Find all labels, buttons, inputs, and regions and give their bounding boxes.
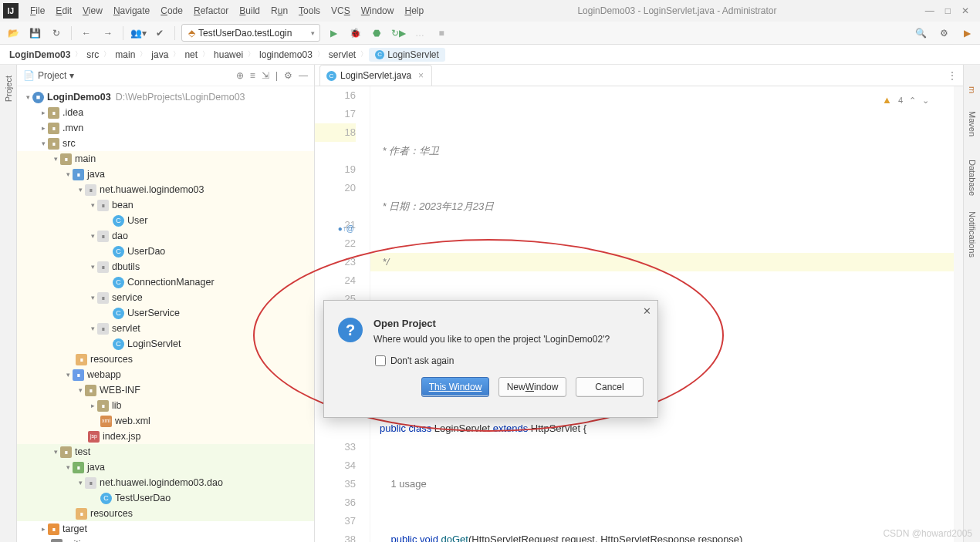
project-tool-button[interactable]: Project	[4, 71, 13, 106]
tree-test[interactable]: test	[75, 444, 90, 460]
project-panel-title[interactable]: 📄 Project ▾	[23, 70, 74, 81]
tree-conn[interactable]: ConnectionManager	[127, 274, 215, 290]
menu-window[interactable]: Window	[356, 4, 400, 18]
editor-tabs: CLoginServlet.java× ⋮	[315, 65, 963, 86]
project-tree[interactable]: ▾■LoginDemo03D:\WebProjects\LoginDemo03 …	[17, 86, 314, 542]
tree-bean[interactable]: bean	[112, 197, 133, 213]
maven-tool-button[interactable]: m Maven	[968, 71, 977, 152]
dont-ask-checkbox[interactable]	[375, 355, 386, 366]
menu-tools[interactable]: Tools	[293, 4, 326, 18]
tree-dao[interactable]: dao	[112, 228, 128, 244]
tree-main[interactable]: main	[75, 151, 96, 167]
crumb-root[interactable]: LoginDemo03	[6, 48, 73, 62]
crumb-pkg[interactable]: logindemo03	[256, 48, 316, 62]
tree-testres[interactable]: resources	[90, 506, 133, 521]
menu-help[interactable]: Help	[399, 4, 429, 18]
project-panel-tools: ⊕ ≡ ⇲ | ⚙ —	[236, 70, 308, 81]
crumb-huawei[interactable]: huawei	[211, 48, 246, 62]
tree-servletpkg[interactable]: servlet	[112, 321, 140, 336]
open-project-dialog: ✕ ? Open Project Where would you like to…	[323, 300, 658, 418]
project-panel: 📄 Project ▾ ⊕ ≡ ⇲ | ⚙ — ▾■LoginDemo03D:\…	[17, 65, 315, 542]
run-icon[interactable]: ▶	[325, 25, 342, 42]
new-window-button[interactable]: New Window	[498, 377, 566, 397]
cancel-button[interactable]: Cancel	[576, 377, 644, 397]
collapse-icon[interactable]: ⇲	[262, 70, 269, 81]
tree-user[interactable]: User	[127, 213, 147, 228]
tabs-more-icon[interactable]: ⋮	[948, 70, 957, 81]
menu-edit[interactable]: Edit	[50, 4, 77, 18]
database-tool-button[interactable]: Database	[968, 152, 977, 204]
gear-icon[interactable]: ⚙	[935, 25, 952, 42]
save-icon[interactable]: 💾	[26, 25, 43, 42]
crumb-net[interactable]: net	[181, 48, 201, 62]
crumb-servlet[interactable]: servlet	[326, 48, 359, 62]
tree-idea[interactable]: .idea	[63, 105, 83, 120]
tree-src[interactable]: src	[63, 136, 76, 151]
tree-userdao[interactable]: UserDao	[127, 244, 165, 259]
back-icon[interactable]: ←	[78, 25, 95, 42]
main-toolbar: 📂 💾 ↻ ← → 👥▾ ✔︎ ⬘ TestUserDao.testLogin …	[0, 22, 980, 45]
warning-icon: ▲	[882, 91, 892, 109]
notifications-tool-button[interactable]: Notifications	[968, 204, 977, 265]
menu-navigate[interactable]: Navigate	[108, 4, 155, 18]
dialog-dont-ask[interactable]: Don't ask again	[324, 352, 657, 366]
tree-java[interactable]: java	[87, 167, 105, 182]
forward-icon[interactable]: →	[100, 25, 117, 42]
menu-file[interactable]: File	[25, 4, 50, 18]
users-icon[interactable]: 👥▾	[130, 25, 147, 42]
tree-resources[interactable]: resources	[90, 352, 133, 367]
run-config-combo[interactable]: ⬘ TestUserDao.testLogin	[181, 24, 320, 42]
check-icon[interactable]: ✔︎	[151, 25, 168, 42]
menu-refactor[interactable]: Refactor	[188, 4, 234, 18]
panel-gear-icon[interactable]: ⚙	[284, 70, 292, 81]
search-icon[interactable]: 🔍	[912, 25, 929, 42]
tree-loginservlet[interactable]: LoginServlet	[127, 336, 181, 352]
refresh-icon[interactable]: ↻	[48, 25, 65, 42]
menu-code[interactable]: Code	[155, 4, 188, 18]
tree-service[interactable]: service	[112, 290, 143, 305]
profile-icon[interactable]: ↻▶	[390, 25, 407, 42]
dialog-close-icon[interactable]: ✕	[643, 305, 651, 317]
tree-webinf[interactable]: WEB-INF	[100, 382, 140, 398]
menu-vcs[interactable]: VCS	[326, 4, 356, 18]
crumb-java[interactable]: java	[148, 48, 171, 62]
menu-build[interactable]: Build	[234, 4, 265, 18]
tree-target[interactable]: target	[63, 521, 87, 537]
tree-mvn[interactable]: .mvn	[63, 120, 83, 136]
this-window-button[interactable]: This Window	[421, 377, 489, 397]
tree-webapp[interactable]: webapp	[87, 367, 121, 382]
expand-icon[interactable]: ≡	[250, 70, 255, 81]
open-icon[interactable]: 📂	[5, 25, 22, 42]
close-icon[interactable]: ✕	[961, 5, 969, 16]
tree-userservice[interactable]: UserService	[127, 305, 180, 321]
tree-webxml[interactable]: web.xml	[115, 413, 150, 429]
crumb-src[interactable]: src	[83, 48, 102, 62]
minimize-icon[interactable]: —	[925, 5, 934, 16]
tree-indexjsp[interactable]: index.jsp	[103, 429, 140, 444]
tree-gitignore[interactable]: .gitignore	[66, 537, 105, 542]
crumb-main[interactable]: main	[112, 48, 138, 62]
tree-dbutils[interactable]: dbutils	[112, 259, 140, 274]
hide-icon[interactable]: —	[299, 70, 308, 81]
tree-testuserdao[interactable]: TestUserDao	[115, 490, 171, 506]
error-stripe[interactable]	[954, 86, 963, 542]
target-icon[interactable]: ⊕	[236, 70, 244, 81]
tree-testjava[interactable]: java	[87, 460, 105, 475]
maximize-icon[interactable]: □	[945, 5, 951, 16]
titlebar: IJ File Edit View Navigate Code Refactor…	[0, 0, 980, 22]
tab-loginservlet[interactable]: CLoginServlet.java×	[319, 65, 432, 86]
inspection-widget[interactable]: ▲4⌃⌄	[882, 91, 929, 109]
menu-run[interactable]: Run	[265, 4, 293, 18]
tab-close-icon[interactable]: ×	[418, 70, 424, 81]
debug-icon[interactable]: 🐞	[346, 25, 363, 42]
tree-lib[interactable]: lib	[112, 398, 122, 413]
logo-icon[interactable]: ▶	[958, 25, 975, 42]
tree-testpkg[interactable]: net.huawei.logindemo03.dao	[100, 475, 223, 490]
stop-icon[interactable]: …	[411, 25, 428, 42]
tree-root[interactable]: LoginDemo03	[47, 89, 111, 105]
coverage-icon[interactable]: ⬣	[368, 25, 385, 42]
tree-pkg[interactable]: net.huawei.logindemo03	[100, 182, 204, 197]
run-config-label: TestUserDao.testLogin	[198, 28, 292, 39]
menu-view[interactable]: View	[77, 4, 108, 18]
crumb-file[interactable]: CLoginServlet	[369, 48, 445, 62]
